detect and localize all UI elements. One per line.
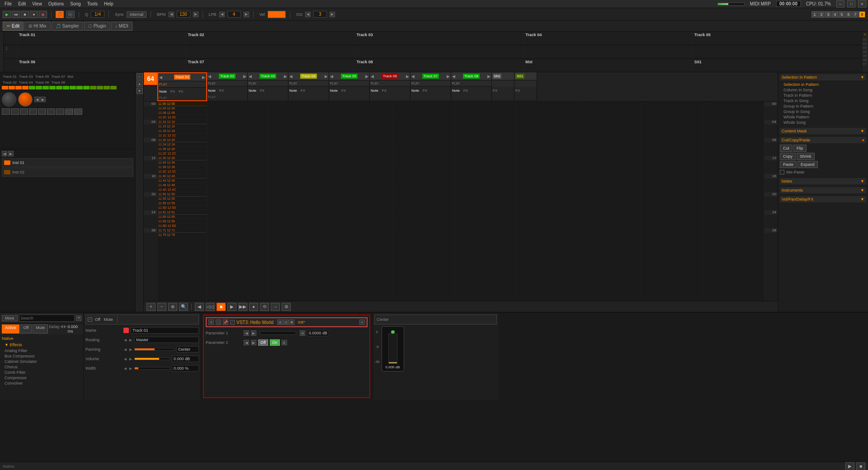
track-07-fx-label[interactable]: FX	[423, 89, 427, 93]
grid-01-cell-22[interactable]: 11 59 12 59	[157, 201, 207, 206]
track-05-note-label[interactable]: Note	[330, 89, 338, 93]
track-05-arrow-r[interactable]: ▶	[365, 74, 368, 79]
track-02-fx-label[interactable]: FX	[219, 89, 224, 93]
browser-item-2[interactable]: Bus Compressor	[1, 353, 82, 359]
panning-slider[interactable]	[134, 348, 175, 351]
vst-param1-next[interactable]: ▶	[251, 330, 256, 336]
toolbar-rec-btn[interactable]: ●	[249, 303, 258, 311]
vst-grid-btn2[interactable]: ⊟	[283, 320, 288, 325]
flip-button[interactable]: Flip	[793, 145, 807, 152]
grid-col-05[interactable]: · · · · · ·· · · · · ·· · · · · ·· · · ·…	[393, 102, 455, 301]
toolbar-zoom-btn[interactable]: 🔍	[179, 303, 188, 311]
vst-close-btn[interactable]: ✕	[208, 320, 214, 325]
lpb-value[interactable]: 4	[227, 11, 241, 18]
grid-col-01[interactable]: 11 00 12 0011 04 12 0411 08 12 0811 0C 1…	[157, 102, 207, 301]
menu-edit[interactable]: Edit	[15, 1, 28, 6]
vel-value[interactable]: ···	[268, 11, 286, 18]
selection-item-3[interactable]: Track in Pattern	[780, 93, 866, 98]
track-08-name[interactable]: ◀ Track 08 ▶	[451, 72, 491, 80]
grid-col-08[interactable]: · · · · · ·· · · · · ·· · · · · ·· · · ·…	[579, 102, 641, 301]
maximize-btn[interactable]: □	[847, 0, 855, 8]
browser-item-7[interactable]: Convolver	[1, 381, 82, 386]
track-01-fx-label[interactable]: FX	[170, 89, 175, 94]
grid-col-04[interactable]: · · · · · ·· · · · · ·· · · · · ·· · · ·…	[331, 102, 393, 301]
song-cell-1-1[interactable]	[17, 45, 186, 58]
song-cell-1-2[interactable]	[186, 45, 354, 58]
copy-button[interactable]: Copy	[780, 153, 796, 160]
vst-param2-next[interactable]: ▶	[251, 340, 256, 345]
song-cell-1-4[interactable]	[524, 45, 692, 58]
grid-col-03[interactable]: · · · · · ·· · · · · ·· · · · · ·· · · ·…	[269, 102, 331, 301]
track-01-arrow-l[interactable]: ◀	[159, 75, 162, 80]
metronome-btn[interactable]: 🎼	[66, 11, 75, 18]
bpm-value[interactable]: 130	[177, 11, 190, 18]
bpm-dec[interactable]: ◀	[169, 12, 174, 17]
inst-mute-btn[interactable]: Mute	[103, 317, 114, 322]
paste-button[interactable]: Paste	[780, 161, 797, 168]
toolbar-prev2-btn[interactable]: ◁◁	[206, 303, 215, 311]
width-slider[interactable]	[134, 367, 170, 370]
selection-title[interactable]: Selection in Pattern ▼	[780, 74, 866, 80]
menu-help[interactable]: Help	[101, 1, 116, 6]
grid-01-cell-00[interactable]: 11 00 12 00	[157, 102, 207, 106]
toolbar-stop-btn[interactable]: ■	[217, 303, 226, 311]
track-02-note-label[interactable]: Note	[208, 89, 216, 93]
song-track-s01[interactable]: S01	[693, 59, 861, 72]
song-track-03[interactable]: Track 03	[355, 32, 524, 45]
track-03-arrow-l[interactable]: ◀	[249, 74, 252, 79]
grid-01-cell-25[interactable]: 11 65 12 65	[157, 215, 207, 219]
toolbar-follow-btn[interactable]: →	[271, 303, 280, 311]
song-track-05[interactable]: Track 05	[693, 32, 861, 45]
close-btn[interactable]: ✕	[858, 0, 866, 8]
vst-ext-btn[interactable]: ✱	[289, 320, 294, 325]
param-name-value[interactable]: Track 01	[131, 327, 199, 334]
track-08-note-label[interactable]: Note	[452, 89, 460, 93]
tab-plugin[interactable]: ⬡ Plugin	[84, 22, 110, 31]
grid-01-cell-27[interactable]: 11 6D 12 6D	[157, 224, 207, 228]
cut-button[interactable]: Cut	[780, 145, 793, 152]
vst-float-btn[interactable]: □	[216, 320, 221, 325]
status-stop-btn[interactable]: ■	[856, 462, 865, 470]
stop-all-btn[interactable]: ■	[21, 11, 29, 18]
vst-param1-link-btn[interactable]: ⊞	[300, 330, 305, 336]
browser-mute-filter[interactable]: Mute	[33, 324, 48, 334]
track-mst-name[interactable]: Mst	[492, 72, 514, 80]
grid-01-cell-23[interactable]: 11 5D 12 5D	[157, 206, 207, 210]
menu-tools[interactable]: Tools	[85, 1, 100, 6]
track-04-note-label[interactable]: Note	[289, 89, 297, 93]
pattern-grid[interactable]: 0004081216202428 11 00 12 0011 04 12 041…	[144, 102, 778, 301]
browser-item-3[interactable]: Cabinet Simulator	[1, 359, 82, 364]
track-02-arrow-r[interactable]: ▶	[243, 74, 246, 79]
panning-arrow-l[interactable]: ◀	[123, 348, 127, 352]
track-02-name[interactable]: ◀ Track 02 ▶	[207, 72, 247, 80]
track-03-name[interactable]: ◀ Track 03 ▶	[248, 72, 288, 80]
vst-pin-btn[interactable]: 📌	[223, 320, 228, 325]
routing-arrow-r[interactable]: ▶	[129, 338, 132, 342]
track-08-arrow-l[interactable]: ◀	[452, 74, 455, 79]
quantize-value[interactable]: 1/4	[91, 11, 104, 18]
grid-01-cell-10[interactable]: 11 28 12 28	[157, 147, 207, 151]
grid-01-cell-07[interactable]: 11 1C 12 1C	[157, 133, 207, 138]
browser-off-filter[interactable]: Off	[20, 324, 32, 334]
track-03-arrow-r[interactable]: ▶	[284, 74, 287, 79]
track-num-3[interactable]: 3	[825, 11, 831, 18]
grid-01-cell-21[interactable]: 11 55 12 55	[157, 197, 207, 201]
toolbar-settings-btn[interactable]: ⚙	[282, 303, 291, 311]
browser-item-5[interactable]: Comb Filter	[1, 370, 82, 375]
menu-view[interactable]: View	[29, 1, 45, 6]
track-s01-name[interactable]: S01	[514, 72, 537, 80]
volume-arrow-l[interactable]: ◀	[123, 357, 127, 361]
width-arrow-r[interactable]: ▶	[129, 367, 132, 371]
sync-value[interactable]: Internal	[127, 11, 146, 18]
vol-pan-title[interactable]: Vol/Pan/Delay/FX ▼	[780, 196, 866, 202]
grid-01-cell-19[interactable]: 11 4C 12 4C	[157, 188, 207, 192]
grid-01-cell-08[interactable]: 11 20 12 20	[157, 138, 207, 142]
song-cell-1-3[interactable]	[355, 45, 524, 58]
inst-off-btn[interactable]: Off	[94, 317, 101, 322]
tab-sampler[interactable]: 🎵 Sampler	[52, 22, 83, 31]
oct-value[interactable]: 3	[313, 11, 327, 18]
track-08-fx-label[interactable]: FX	[463, 89, 468, 93]
track-num-4[interactable]: 4	[832, 11, 838, 18]
grid-col-mst[interactable]: · · · · · ·· · · · · ·· · · · · ·· · · ·…	[641, 102, 703, 301]
grid-01-cell-04[interactable]: 11 10 12 10	[157, 120, 207, 124]
